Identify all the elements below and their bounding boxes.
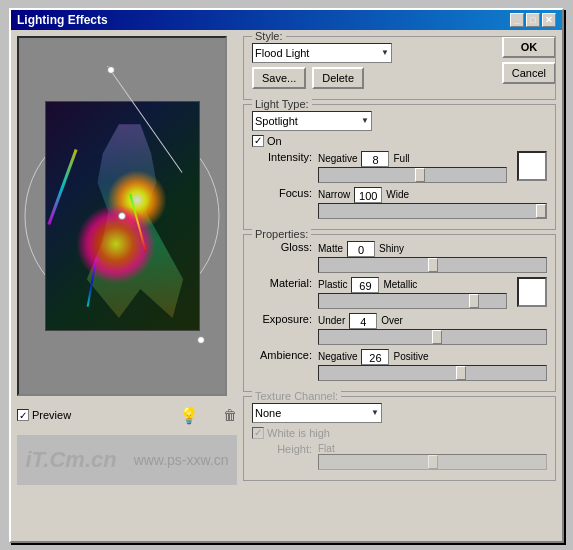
intensity-right-label: Full	[393, 153, 409, 164]
ambience-slider-row: Negative 26 Positive	[318, 349, 547, 365]
focus-left-label: Narrow	[318, 189, 350, 200]
ambience-value: 26	[361, 349, 389, 365]
gloss-row: Gloss: Matte 0 Shiny	[252, 241, 547, 273]
texture-channel-value: None	[255, 407, 281, 419]
style-row: Flood Light ▼	[252, 43, 485, 63]
on-label: On	[267, 135, 282, 147]
material-row: Material: Plastic 69 Metallic	[252, 277, 547, 309]
light-type-dropdown-arrow: ▼	[361, 116, 369, 125]
maximize-button[interactable]: □	[526, 13, 540, 27]
ambience-left-label: Negative	[318, 351, 357, 362]
delete-button[interactable]: Delete	[312, 67, 364, 89]
properties-section: Properties: Gloss: Matte 0 Shiny	[243, 234, 556, 392]
material-slider-container: Plastic 69 Metallic	[318, 277, 507, 309]
gloss-left-label: Matte	[318, 243, 343, 254]
preview-label: Preview	[32, 409, 71, 421]
light-type-select[interactable]: Spotlight ▼	[252, 111, 372, 131]
material-left-label: Plastic	[318, 279, 347, 290]
exposure-slider[interactable]	[318, 329, 547, 345]
white-is-high-label[interactable]: ✓ White is high	[252, 427, 330, 439]
intensity-slider[interactable]	[318, 167, 507, 183]
exposure-label: Exposure:	[252, 313, 312, 325]
height-slider-container: Flat	[318, 443, 547, 470]
material-value: 69	[351, 277, 379, 293]
gloss-value: 0	[347, 241, 375, 257]
focus-value: 100	[354, 187, 382, 203]
intensity-slider-row: Negative 8 Full	[318, 151, 507, 167]
preview-controls: ✓ Preview 💡 🗑	[17, 402, 237, 429]
intensity-value: 8	[361, 151, 389, 167]
texture-channel-select[interactable]: None ▼	[252, 403, 382, 423]
exposure-left-label: Under	[318, 315, 345, 326]
texture-section: Texture Channel: None ▼ ✓ White is high …	[243, 396, 556, 481]
style-legend: Style:	[252, 30, 286, 42]
texture-channel-row: None ▼	[252, 403, 547, 423]
gloss-slider[interactable]	[318, 257, 547, 273]
light-type-value: Spotlight	[255, 115, 298, 127]
style-section: Style: Flood Light ▼ Save... Delete	[243, 36, 556, 100]
focus-right-label: Wide	[386, 189, 409, 200]
watermark-text-2: www.ps-xxw.cn	[134, 452, 229, 468]
white-is-high-text: White is high	[267, 427, 330, 439]
trash-icon[interactable]: 🗑	[223, 407, 237, 423]
focus-row: Focus: Narrow 100 Wide	[252, 187, 547, 219]
preview-checkbox-label[interactable]: ✓ Preview	[17, 409, 71, 421]
material-label: Material:	[252, 277, 312, 289]
light-type-section: Light Type: Spotlight ▼ ✓ On Intensity:	[243, 104, 556, 230]
ambience-slider-container: Negative 26 Positive	[318, 349, 547, 381]
gloss-slider-row: Matte 0 Shiny	[318, 241, 547, 257]
exposure-slider-row: Under 4 Over	[318, 313, 547, 329]
intensity-color-swatch[interactable]	[517, 151, 547, 181]
focus-slider-container: Narrow 100 Wide	[318, 187, 547, 219]
intensity-row: Intensity: Negative 8 Full	[252, 151, 547, 183]
material-color-swatch[interactable]	[517, 277, 547, 307]
height-slider	[318, 454, 547, 470]
ambience-slider[interactable]	[318, 365, 547, 381]
minimize-button[interactable]: _	[510, 13, 524, 27]
save-button[interactable]: Save...	[252, 67, 306, 89]
style-select[interactable]: Flood Light ▼	[252, 43, 392, 63]
material-right-label: Metallic	[383, 279, 417, 290]
focus-label: Focus:	[252, 187, 312, 199]
texture-legend: Texture Channel:	[252, 390, 341, 402]
ambience-row: Ambience: Negative 26 Positive	[252, 349, 547, 381]
light-bulb-icon: 💡	[179, 406, 199, 425]
focus-slider[interactable]	[318, 203, 547, 219]
texture-dropdown-arrow: ▼	[371, 408, 379, 417]
light-type-row: Spotlight ▼	[252, 111, 547, 131]
title-bar-buttons: _ □ ✕	[510, 13, 556, 27]
ambience-right-label: Positive	[393, 351, 428, 362]
on-checkbox-label[interactable]: ✓ On	[252, 135, 282, 147]
material-slider[interactable]	[318, 293, 507, 309]
height-left-label: Flat	[318, 443, 335, 454]
white-is-high-checkbox[interactable]: ✓	[252, 427, 264, 439]
preview-area	[17, 36, 227, 396]
close-button[interactable]: ✕	[542, 13, 556, 27]
watermark-area: iT.Cm.cn www.ps-xxw.cn	[17, 435, 237, 485]
height-label: Height:	[252, 443, 312, 455]
exposure-row: Exposure: Under 4 Over	[252, 313, 547, 345]
ambience-label: Ambience:	[252, 349, 312, 361]
gloss-slider-container: Matte 0 Shiny	[318, 241, 547, 273]
preview-checkbox[interactable]: ✓	[17, 409, 29, 421]
title-bar: Lighting Effects _ □ ✕	[11, 10, 562, 30]
left-panel: ✓ Preview 💡 🗑 iT.Cm.cn www.ps-xxw.cn	[17, 36, 237, 535]
dialog-title: Lighting Effects	[17, 13, 108, 27]
height-row: Height: Flat	[252, 443, 547, 470]
style-dropdown-arrow: ▼	[381, 48, 389, 57]
material-slider-row: Plastic 69 Metallic	[318, 277, 507, 293]
exposure-slider-container: Under 4 Over	[318, 313, 547, 345]
exposure-value: 4	[349, 313, 377, 329]
properties-legend: Properties:	[252, 228, 311, 240]
on-checkbox[interactable]: ✓	[252, 135, 264, 147]
style-buttons-row: Save... Delete	[252, 67, 485, 89]
intensity-left-label: Negative	[318, 153, 357, 164]
light-type-legend: Light Type:	[252, 98, 312, 110]
focus-slider-row: Narrow 100 Wide	[318, 187, 547, 203]
style-value: Flood Light	[255, 47, 309, 59]
exposure-right-label: Over	[381, 315, 403, 326]
white-is-high-row: ✓ White is high	[252, 427, 547, 439]
on-row: ✓ On	[252, 135, 547, 147]
intensity-label: Intensity:	[252, 151, 312, 163]
gloss-label: Gloss:	[252, 241, 312, 253]
